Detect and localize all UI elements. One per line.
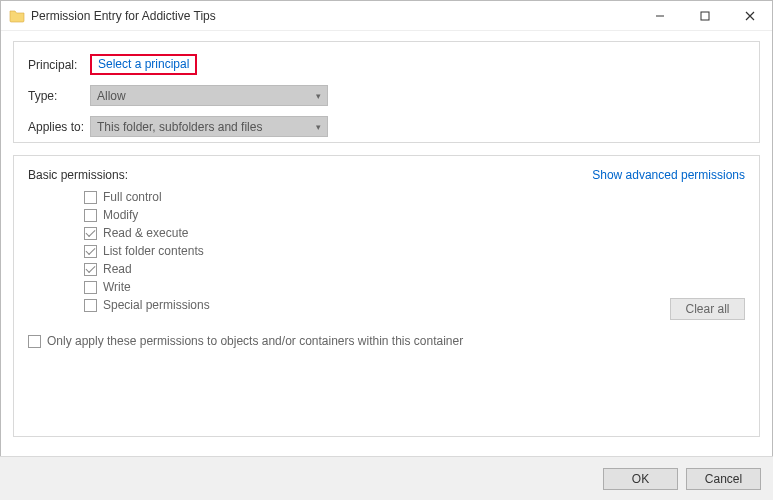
permission-label: Special permissions [103,298,210,312]
window-buttons [637,1,772,30]
chevron-down-icon: ▾ [316,122,321,132]
titlebar: Permission Entry for Addictive Tips [1,1,772,31]
applies-row: Applies to: This folder, subfolders and … [28,116,745,137]
applies-value: This folder, subfolders and files [97,120,262,134]
type-value: Allow [97,89,126,103]
permission-label: Modify [103,208,138,222]
ok-label: OK [632,472,649,486]
type-row: Type: Allow ▾ [28,85,745,106]
permission-checkbox[interactable] [84,299,97,312]
chevron-down-icon: ▾ [316,91,321,101]
only-apply-label: Only apply these permissions to objects … [47,334,463,348]
permission-item: Read [84,260,745,278]
permission-label: List folder contents [103,244,204,258]
svg-rect-0 [701,12,709,20]
permission-checkbox[interactable] [84,281,97,294]
principal-label: Principal: [28,58,90,72]
only-apply-row: Only apply these permissions to objects … [28,334,745,348]
permission-label: Read & execute [103,226,188,240]
dialog-footer: OK Cancel [0,456,773,500]
type-label: Type: [28,89,90,103]
permission-item: Read & execute [84,224,745,242]
permission-item: Modify [84,206,745,224]
cancel-label: Cancel [705,472,742,486]
content-area: Principal: Select a principal Type: Allo… [1,31,772,437]
permissions-header: Basic permissions: Show advanced permiss… [28,168,745,182]
minimize-button[interactable] [637,1,682,30]
permission-checkbox[interactable] [84,245,97,258]
applies-label: Applies to: [28,120,90,134]
permission-item: Full control [84,188,745,206]
basic-permissions-title: Basic permissions: [28,168,128,182]
permission-label: Write [103,280,131,294]
applies-combo[interactable]: This folder, subfolders and files ▾ [90,116,328,137]
principal-row: Principal: Select a principal [28,54,745,75]
maximize-button[interactable] [682,1,727,30]
permission-checkbox[interactable] [84,227,97,240]
permission-item: List folder contents [84,242,745,260]
select-principal-link[interactable]: Select a principal [90,54,197,75]
close-button[interactable] [727,1,772,30]
permission-item: Write [84,278,745,296]
principal-panel: Principal: Select a principal Type: Allo… [13,41,760,143]
permissions-panel: Basic permissions: Show advanced permiss… [13,155,760,437]
only-apply-checkbox[interactable] [28,335,41,348]
permission-checkbox[interactable] [84,263,97,276]
type-combo[interactable]: Allow ▾ [90,85,328,106]
permission-label: Read [103,262,132,276]
clear-all-button[interactable]: Clear all [670,298,745,320]
permission-checkbox[interactable] [84,209,97,222]
window-title: Permission Entry for Addictive Tips [31,9,637,23]
show-advanced-link[interactable]: Show advanced permissions [592,168,745,182]
folder-icon [9,8,25,24]
clear-all-label: Clear all [685,302,729,316]
permission-checkbox[interactable] [84,191,97,204]
cancel-button[interactable]: Cancel [686,468,761,490]
permission-item: Special permissions [84,296,745,314]
permission-label: Full control [103,190,162,204]
ok-button[interactable]: OK [603,468,678,490]
permissions-list: Full controlModifyRead & executeList fol… [84,188,745,314]
